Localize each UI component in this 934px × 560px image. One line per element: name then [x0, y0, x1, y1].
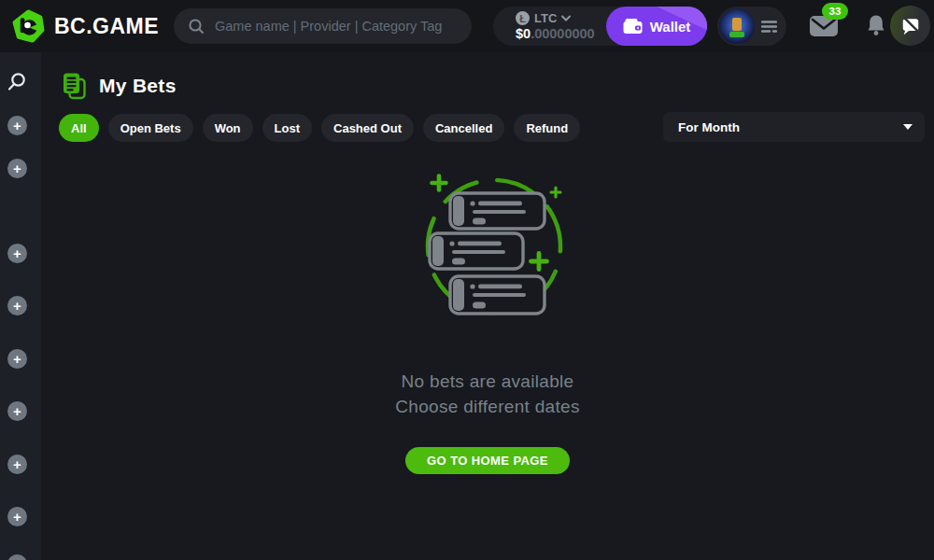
search-input[interactable]	[213, 18, 472, 35]
sidebar-search-icon[interactable]	[7, 72, 26, 91]
sidebar-add-button[interactable]: +	[7, 401, 27, 421]
currency-code: LTC	[534, 11, 557, 25]
search-icon	[188, 18, 205, 35]
empty-message-line2: Choose different dates	[395, 394, 579, 419]
page-title: My Bets	[99, 75, 177, 97]
chevron-down-icon	[903, 124, 913, 130]
bc-game-logo-icon	[11, 9, 46, 44]
chevron-down-icon	[561, 15, 571, 21]
game-search-bar[interactable]	[174, 8, 472, 44]
sidebar-add-button[interactable]: +	[7, 244, 27, 263]
sidebar-add-button[interactable]: +	[7, 507, 27, 526]
my-bets-icon	[62, 72, 87, 100]
sidebar-add-button[interactable]: +	[7, 349, 27, 369]
sidebar-add-button[interactable]: +	[7, 296, 27, 315]
profile-group	[717, 7, 786, 46]
notifications-button[interactable]	[867, 14, 885, 41]
filter-pill-all[interactable]: All	[59, 114, 99, 142]
chat-bubble-slash-icon	[900, 16, 921, 36]
wallet-button-label: Wallet	[650, 19, 691, 35]
sidebar-add-button[interactable]: +	[7, 159, 27, 178]
bell-icon	[867, 14, 885, 37]
currency-selector[interactable]: Ł LTC $0.00000000	[516, 10, 595, 42]
balance-fraction: .00000000	[531, 26, 595, 41]
brand-logo[interactable]: BC.GAME	[11, 8, 159, 44]
sidebar-add-button[interactable]: +	[7, 455, 27, 474]
left-sidebar: + + + + + + + + +	[0, 52, 41, 560]
filter-pill-refund[interactable]: Refund	[514, 114, 580, 142]
sidebar-add-button[interactable]: +	[7, 116, 27, 135]
chat-toggle-button[interactable]	[890, 6, 930, 46]
wallet-icon	[623, 18, 643, 35]
brand-name: BC.GAME	[54, 14, 159, 39]
balance-whole: $0	[516, 26, 531, 41]
bet-status-filters: All Open Bets Won Lost Cashed Out Cancel…	[59, 114, 580, 142]
profile-menu-icon[interactable]	[761, 21, 777, 33]
mail-badge: 33	[822, 3, 848, 20]
empty-bets-illustration	[398, 161, 589, 340]
avatar[interactable]	[719, 8, 755, 44]
filter-pill-cancelled[interactable]: Cancelled	[423, 114, 504, 142]
period-dropdown[interactable]: For Month	[663, 112, 925, 142]
empty-message-line1: No bets are available	[402, 369, 574, 394]
period-dropdown-value: For Month	[678, 120, 740, 134]
page-title-row: My Bets	[62, 72, 177, 100]
empty-state: No bets are available Choose different d…	[41, 161, 934, 474]
top-header: BC.GAME Ł LTC $0.00000000	[0, 0, 934, 52]
wallet-button[interactable]: Wallet	[606, 7, 707, 46]
filter-pill-lost[interactable]: Lost	[262, 114, 312, 142]
balance-amount: $0.00000000	[516, 26, 595, 42]
filter-pill-won[interactable]: Won	[203, 114, 253, 142]
go-home-button[interactable]: GO TO HOME PAGE	[405, 447, 570, 474]
sidebar-add-button[interactable]: +	[7, 554, 27, 560]
litecoin-icon: Ł	[516, 11, 530, 25]
filter-pill-cashed-out[interactable]: Cashed Out	[321, 114, 414, 142]
filter-pill-open-bets[interactable]: Open Bets	[108, 114, 193, 142]
